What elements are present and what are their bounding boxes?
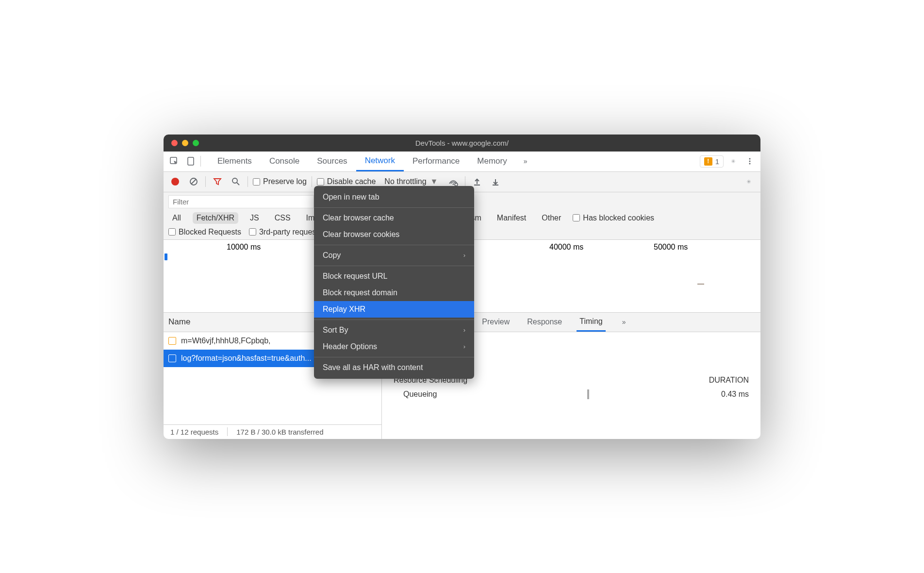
chevron-right-icon: › (463, 326, 465, 334)
tab-network[interactable]: Network (356, 151, 404, 171)
timeline-label: 50000 ms (654, 243, 688, 252)
traffic-lights (171, 140, 199, 146)
throttling-select[interactable]: No throttling ▼ (380, 177, 442, 186)
file-icon (168, 354, 176, 362)
svg-line-7 (191, 179, 196, 184)
titlebar: DevTools - www.google.com/ (164, 135, 760, 152)
filter-type-fetch-xhr[interactable]: Fetch/XHR (193, 212, 238, 224)
filter-type-all[interactable]: All (168, 212, 185, 224)
export-har-icon[interactable] (489, 175, 502, 188)
timeline-activity (697, 284, 704, 285)
search-icon[interactable] (229, 175, 243, 188)
disable-cache-checkbox[interactable]: Disable cache (317, 177, 376, 186)
context-menu: Open in new tabClear browser cacheClear … (314, 186, 474, 379)
clear-button[interactable] (187, 175, 200, 188)
svg-rect-1 (188, 157, 194, 165)
detail-tab-timing[interactable]: Timing (577, 312, 605, 332)
svg-point-4 (749, 161, 751, 162)
svg-point-2 (733, 161, 734, 162)
main-tabbar: ElementsConsoleSourcesNetworkPerformance… (164, 152, 760, 172)
svg-point-10 (453, 184, 454, 185)
detail-tab-preview[interactable]: Preview (479, 312, 512, 332)
inspect-element-icon[interactable] (167, 154, 181, 168)
tab-sources[interactable]: Sources (308, 151, 356, 171)
blocked-requests-checkbox[interactable]: Blocked Requests (168, 228, 241, 236)
detail-tab-response[interactable]: Response (524, 312, 565, 332)
third-party-checkbox[interactable]: 3rd-party requests (249, 228, 322, 236)
svg-point-8 (232, 178, 237, 183)
file-icon (168, 337, 176, 345)
device-toggle-icon[interactable] (184, 154, 198, 168)
tab-performance[interactable]: Performance (404, 151, 468, 171)
tab-console[interactable]: Console (261, 151, 308, 171)
filter-type-other[interactable]: Other (538, 212, 565, 224)
more-detail-tabs-icon[interactable]: » (617, 318, 631, 326)
maximize-window-button[interactable] (193, 140, 199, 146)
context-menu-item[interactable]: Clear browser cookies (314, 226, 474, 243)
chevron-right-icon: › (463, 252, 465, 259)
tab-memory[interactable]: Memory (468, 151, 515, 171)
timeline-label: 10000 ms (227, 243, 261, 252)
record-button[interactable] (168, 175, 182, 188)
filter-icon[interactable] (211, 175, 224, 188)
svg-point-3 (749, 158, 751, 160)
warning-icon: ! (704, 157, 712, 166)
network-settings-icon[interactable] (742, 175, 756, 188)
filter-type-js[interactable]: JS (246, 212, 263, 224)
context-menu-item[interactable]: Save all as HAR with content (314, 359, 474, 376)
panel-tabs: ElementsConsoleSourcesNetworkPerformance… (209, 151, 516, 171)
window-title: DevTools - www.google.com/ (415, 139, 509, 147)
svg-line-9 (237, 183, 239, 185)
settings-icon[interactable] (726, 154, 740, 168)
minimize-window-button[interactable] (182, 140, 188, 146)
svg-point-5 (749, 163, 751, 165)
devtools-window: DevTools - www.google.com/ ElementsConso… (164, 135, 760, 439)
dropdown-icon: ▼ (430, 177, 438, 186)
context-menu-item[interactable]: Sort By› (314, 322, 474, 338)
context-menu-item[interactable]: Clear browser cache (314, 210, 474, 226)
context-menu-item[interactable]: Header Options› (314, 338, 474, 355)
status-bar: 1 / 12 requests 172 B / 30.0 kB transfer… (164, 424, 381, 439)
close-window-button[interactable] (171, 140, 178, 146)
context-menu-item[interactable]: Block request domain (314, 285, 474, 301)
more-tabs-icon[interactable]: » (519, 157, 532, 165)
chevron-right-icon: › (463, 343, 465, 350)
has-blocked-cookies-checkbox[interactable]: Has blocked cookies (573, 214, 654, 222)
warnings-badge[interactable]: ! 1 (700, 155, 724, 168)
svg-point-14 (748, 181, 749, 182)
preserve-log-checkbox[interactable]: Preserve log (253, 177, 307, 186)
context-menu-item[interactable]: Open in new tab (314, 189, 474, 205)
timeline-marker (165, 253, 167, 260)
more-menu-icon[interactable] (743, 154, 757, 168)
filter-type-manifest[interactable]: Manifest (493, 212, 530, 224)
filter-input[interactable] (168, 195, 314, 208)
context-menu-item[interactable]: Replay XHR (314, 301, 474, 318)
svg-rect-0 (170, 157, 177, 164)
context-menu-item[interactable]: Copy› (314, 247, 474, 264)
filter-type-css[interactable]: CSS (271, 212, 295, 224)
context-menu-item[interactable]: Block request URL (314, 268, 474, 285)
tab-elements[interactable]: Elements (209, 151, 261, 171)
timeline-label: 40000 ms (549, 243, 583, 252)
